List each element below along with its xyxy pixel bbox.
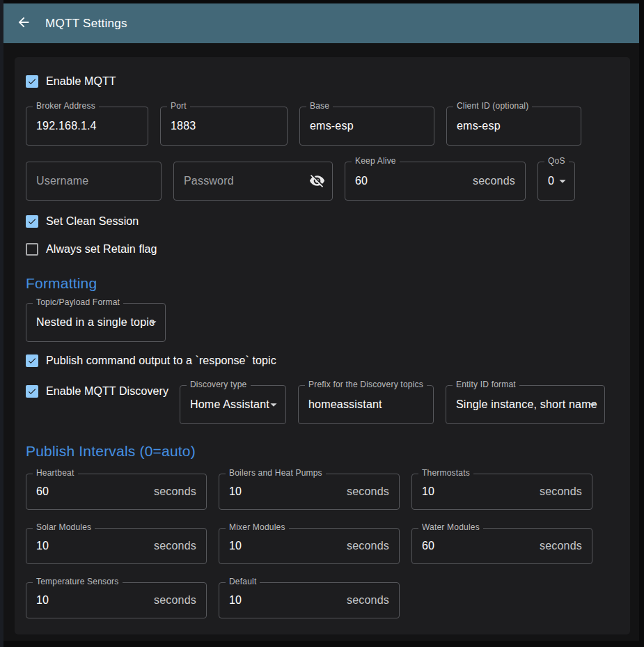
broker-address-value: 192.168.1.4 (36, 120, 97, 132)
discovery-row: Enable MQTT Discovery Discovery type Hom… (26, 385, 619, 424)
clean-session-row: Set Clean Session (26, 215, 619, 228)
base-label: Base (306, 101, 333, 111)
mixer-value: 10 (229, 540, 242, 552)
retain-flag-checkbox[interactable] (26, 243, 38, 256)
water-value: 60 (422, 540, 434, 552)
mixer-label: Mixer Modules (226, 522, 289, 532)
discovery-type-value: Home Assistant (190, 398, 269, 411)
check-icon (27, 355, 37, 366)
topic-format-select[interactable]: Topic/Payload Format Nested in a single … (26, 303, 166, 342)
check-icon (27, 76, 37, 87)
solar-unit: seconds (154, 540, 196, 552)
base-field[interactable]: Base ems-esp (299, 107, 434, 146)
mixer-interval-field[interactable]: Mixer Modules 10 seconds (219, 528, 400, 564)
boilers-label: Boilers and Heat Pumps (226, 468, 326, 478)
settings-card: Enable MQTT Broker Address 192.168.1.4 P… (15, 57, 630, 634)
chevron-down-icon (266, 397, 281, 412)
retain-flag-row: Always set Retain flag (26, 243, 619, 256)
thermostats-unit: seconds (540, 485, 582, 498)
intervals-section-title: Publish Intervals (0=auto) (26, 443, 619, 460)
solar-interval-field[interactable]: Solar Modules 10 seconds (26, 528, 207, 564)
discovery-type-select[interactable]: Discovery type Home Assistant (180, 385, 286, 424)
discovery-prefix-value: homeassistant (308, 398, 382, 411)
entity-format-label: Entity ID format (453, 380, 519, 389)
broker-address-label: Broker Address (33, 101, 99, 111)
thermostats-value: 10 (422, 485, 434, 498)
page-title: MQTT Settings (45, 17, 127, 31)
publish-response-checkbox[interactable] (26, 354, 38, 367)
publish-response-row: Publish command output to a `response` t… (26, 354, 619, 367)
broker-address-field[interactable]: Broker Address 192.168.1.4 (26, 107, 148, 146)
temperature-unit: seconds (154, 594, 196, 607)
enable-mqtt-row: Enable MQTT (26, 75, 619, 88)
port-label: Port (167, 101, 190, 111)
username-field[interactable]: Username (26, 162, 162, 201)
keep-alive-field[interactable]: Keep Alive 60 seconds (345, 162, 526, 201)
mqtt-settings-screen: MQTT Settings Enable MQTT Broker Address… (0, 0, 644, 647)
retain-flag-label: Always set Retain flag (46, 243, 157, 256)
topic-format-row: Topic/Payload Format Nested in a single … (26, 303, 619, 342)
boilers-unit: seconds (347, 485, 389, 498)
broker-fields-row: Broker Address 192.168.1.4 Port 1883 Bas… (26, 107, 619, 146)
arrow-left-icon (16, 15, 31, 33)
water-interval-field[interactable]: Water Modules 60 seconds (411, 528, 592, 564)
entity-format-value: Single instance, short name (456, 398, 597, 411)
check-icon (27, 216, 37, 227)
formatting-section-title: Formatting (26, 275, 619, 292)
password-placeholder: Password (184, 175, 234, 187)
discovery-prefix-label: Prefix for the Discovery topics (305, 380, 427, 389)
client-id-field[interactable]: Client ID (optional) ems-esp (446, 107, 581, 146)
password-visibility-toggle[interactable] (309, 173, 326, 189)
back-button[interactable] (15, 15, 32, 32)
intervals-grid: Heartbeat 60 seconds Boilers and Heat Pu… (26, 474, 619, 618)
temperature-label: Temperature Sensors (33, 577, 123, 586)
keep-alive-unit: seconds (473, 175, 515, 187)
heartbeat-unit: seconds (154, 485, 196, 498)
solar-value: 10 (36, 540, 49, 552)
keep-alive-value: 60 (355, 175, 368, 187)
default-unit: seconds (347, 594, 389, 607)
client-id-value: ems-esp (457, 120, 501, 132)
visibility-off-icon (309, 179, 325, 191)
chevron-down-icon (585, 397, 600, 412)
enable-discovery-checkbox[interactable] (26, 385, 38, 398)
chevron-down-icon (146, 315, 161, 330)
topic-format-label: Topic/Payload Format (33, 297, 123, 307)
boilers-interval-field[interactable]: Boilers and Heat Pumps 10 seconds (219, 474, 400, 510)
solar-label: Solar Modules (33, 522, 95, 532)
heartbeat-value: 60 (36, 485, 49, 498)
mixer-unit: seconds (347, 540, 389, 552)
temperature-value: 10 (36, 594, 49, 607)
port-field[interactable]: Port 1883 (160, 107, 288, 146)
enable-discovery-row: Enable MQTT Discovery (26, 385, 168, 398)
boilers-value: 10 (229, 485, 242, 498)
enable-discovery-label: Enable MQTT Discovery (46, 385, 168, 398)
thermostats-interval-field[interactable]: Thermostats 10 seconds (411, 474, 592, 510)
page-content: Enable MQTT Broker Address 192.168.1.4 P… (3, 43, 639, 641)
app-bar: MQTT Settings (3, 3, 639, 43)
heartbeat-interval-field[interactable]: Heartbeat 60 seconds (26, 474, 207, 510)
thermostats-label: Thermostats (418, 468, 473, 478)
qos-label: QoS (544, 156, 569, 166)
keep-alive-label: Keep Alive (352, 156, 400, 166)
default-label: Default (226, 577, 260, 586)
password-field[interactable]: Password (173, 162, 333, 201)
water-unit: seconds (540, 540, 582, 552)
clean-session-label: Set Clean Session (46, 215, 139, 228)
check-icon (27, 386, 37, 397)
temperature-interval-field[interactable]: Temperature Sensors 10 seconds (26, 582, 207, 618)
default-value: 10 (229, 594, 242, 607)
default-interval-field[interactable]: Default 10 seconds (219, 582, 400, 618)
water-label: Water Modules (418, 522, 483, 532)
clean-session-checkbox[interactable] (26, 215, 38, 228)
enable-mqtt-label: Enable MQTT (46, 75, 116, 88)
discovery-type-label: Discovery type (187, 380, 251, 389)
entity-format-select[interactable]: Entity ID format Single instance, short … (446, 385, 605, 424)
username-placeholder: Username (36, 175, 88, 187)
publish-response-label: Publish command output to a `response` t… (46, 354, 276, 367)
base-value: ems-esp (310, 120, 354, 132)
qos-value: 0 (548, 175, 554, 187)
qos-select[interactable]: QoS 0 (537, 162, 575, 201)
enable-mqtt-checkbox[interactable] (26, 75, 38, 88)
discovery-prefix-field[interactable]: Prefix for the Discovery topics homeassi… (298, 385, 434, 424)
